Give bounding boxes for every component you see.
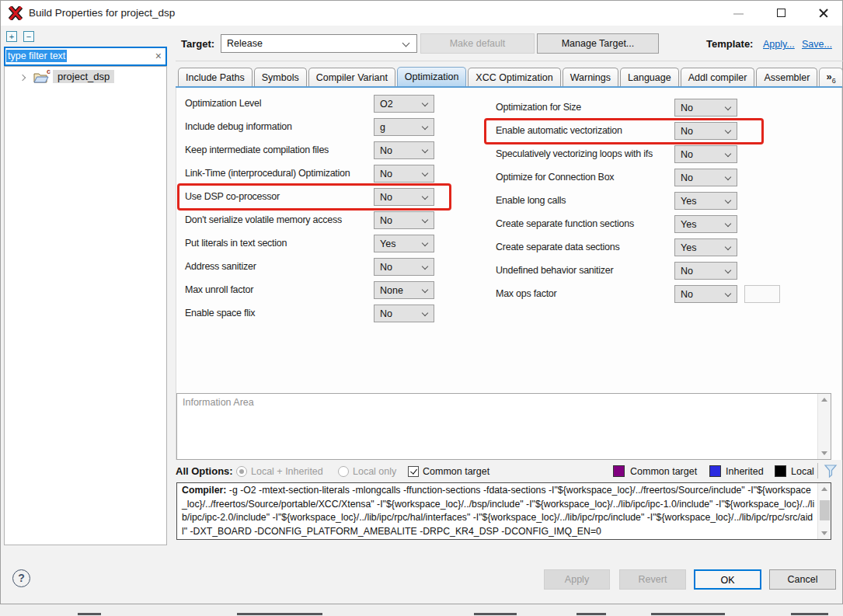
app-logo-icon (9, 6, 23, 20)
max-ops-factor-select[interactable]: No (674, 285, 737, 303)
manage-target-button[interactable]: Manage Target... (537, 33, 659, 54)
literals-in-text-section-select[interactable]: Yes (374, 235, 434, 252)
template-save-link[interactable]: Save... (802, 39, 832, 50)
scroll-up-icon[interactable] (821, 487, 827, 491)
tab-addl-compiler[interactable]: Addl compiler (681, 68, 755, 87)
common-target-checkbox[interactable] (408, 466, 419, 477)
chevron-down-icon (725, 244, 731, 250)
address-sanitizer-select[interactable]: No (374, 258, 434, 276)
minimize-button[interactable] (721, 1, 757, 26)
chevron-down-icon (725, 267, 731, 273)
tab-warnings[interactable]: Warnings (563, 68, 618, 87)
option-row: Enable space flix No (185, 305, 434, 322)
option-row: Max ops factor No (496, 285, 737, 303)
speculative-vectorizing-select[interactable]: No (674, 145, 737, 163)
enable-space-flix-select[interactable]: No (374, 305, 434, 322)
ok-button[interactable]: OK (694, 569, 761, 590)
legend-local-label: Local (791, 466, 814, 477)
separate-function-sections-select[interactable]: Yes (674, 215, 737, 233)
clear-filter-icon[interactable]: × (155, 49, 162, 64)
expand-all-icon[interactable]: + (6, 31, 17, 42)
minimize-icon (733, 13, 744, 15)
check-icon (410, 467, 417, 474)
chevron-down-icon (422, 147, 428, 153)
chevron-down-icon (725, 104, 731, 110)
option-row: Create separate data sections Yes (496, 238, 737, 256)
scroll-down-icon[interactable] (821, 531, 827, 535)
link-time-optimization-select[interactable]: No (374, 165, 434, 183)
tab-language[interactable]: Language (620, 68, 679, 87)
tab-xcc-optimization[interactable]: XCC Optimization (468, 68, 560, 87)
compiler-label: Compiler: (182, 485, 226, 496)
radio-local-only[interactable] (338, 466, 349, 477)
separate-data-sections-select[interactable]: Yes (674, 238, 737, 256)
max-unroll-factor-select[interactable]: None (374, 281, 434, 299)
option-row: Include debug information g (185, 118, 434, 136)
apply-button[interactable]: Apply (544, 569, 610, 590)
chevron-down-icon (725, 151, 731, 157)
dont-serialize-volatile-select[interactable]: No (374, 211, 434, 229)
template-apply-link[interactable]: Apply... (763, 39, 795, 50)
chevron-down-icon (422, 124, 428, 130)
compiler-options-box[interactable]: Compiler: -g -O2 -mtext-section-literals… (176, 482, 831, 540)
maximize-button[interactable] (764, 1, 799, 26)
optimization-for-size-select[interactable]: No (674, 99, 737, 117)
chevron-down-icon (422, 263, 428, 270)
common-target-checkbox-label: Common target (423, 466, 489, 477)
radio-local-inherited[interactable] (236, 466, 247, 477)
option-row: Keep intermediate compilation files No (185, 141, 434, 159)
optimization-level-select[interactable]: O2 (374, 95, 434, 113)
scroll-up-icon[interactable] (821, 398, 827, 402)
close-icon (818, 8, 829, 19)
tab-symbols[interactable]: Symbols (254, 68, 307, 87)
information-area[interactable]: Information Area (176, 393, 831, 460)
scroll-down-icon[interactable] (821, 451, 827, 455)
tab-optimization[interactable]: Optimization (397, 67, 466, 87)
chevron-down-icon (422, 170, 428, 176)
filter-text-selected: type filter text (6, 50, 67, 62)
maximize-icon (777, 9, 786, 17)
include-debug-info-select[interactable]: g (374, 118, 434, 136)
filter-options-icon[interactable] (824, 464, 838, 478)
chevron-down-icon (422, 310, 428, 316)
scrollbar[interactable] (817, 483, 831, 539)
tab-overflow-button[interactable]: »6 (819, 68, 842, 87)
chevron-down-icon (725, 174, 731, 180)
filter-input[interactable]: type filter text × (4, 47, 167, 66)
option-row: Optimize for Connection Box No (496, 169, 737, 186)
chevron-down-icon (725, 221, 731, 227)
help-button[interactable]: ? (12, 569, 30, 587)
cancel-button[interactable]: Cancel (769, 569, 836, 590)
tab-strip: Include Paths Symbols Compiler Variant O… (178, 67, 843, 87)
scrollbar[interactable] (817, 394, 831, 459)
highlight-box-use-dsp-coprocessor (177, 183, 451, 211)
make-default-button[interactable]: Make default (420, 33, 535, 54)
tree-item-label[interactable]: project_dsp (53, 70, 114, 83)
keep-intermediate-files-select[interactable]: No (374, 141, 434, 159)
legend-local-swatch (775, 465, 786, 477)
scroll-thumb[interactable] (820, 500, 830, 520)
chevron-down-icon (402, 40, 410, 47)
c-project-folder-icon: c (33, 71, 49, 87)
close-button[interactable] (805, 1, 841, 26)
tab-compiler-variant[interactable]: Compiler Variant (308, 68, 395, 87)
chevron-right-icon[interactable] (19, 75, 26, 81)
target-label: Target: (181, 38, 214, 50)
enable-long-calls-select[interactable]: Yes (674, 192, 737, 210)
chevron-down-icon (422, 100, 428, 106)
tree-item-project[interactable]: c project_dsp (5, 67, 166, 85)
screen: Build Properties for project_dsp + − typ… (0, 0, 843, 616)
chevron-down-icon (422, 217, 428, 223)
window-title: Build Properties for project_dsp (29, 1, 175, 26)
collapse-all-icon[interactable]: − (23, 31, 34, 42)
tab-include-paths[interactable]: Include Paths (178, 68, 253, 87)
target-select[interactable]: Release (221, 34, 417, 53)
radio-local-inherited-label: Local + Inherited (251, 466, 323, 477)
build-properties-dialog: Build Properties for project_dsp + − typ… (0, 0, 843, 604)
max-ops-factor-input[interactable] (744, 285, 780, 303)
optimize-connection-box-select[interactable]: No (674, 169, 737, 186)
undefined-behavior-sanitizer-select[interactable]: No (674, 262, 737, 280)
revert-button[interactable]: Revert (619, 569, 686, 590)
chevron-down-icon (725, 291, 731, 297)
tab-assembler[interactable]: Assembler (756, 68, 817, 87)
